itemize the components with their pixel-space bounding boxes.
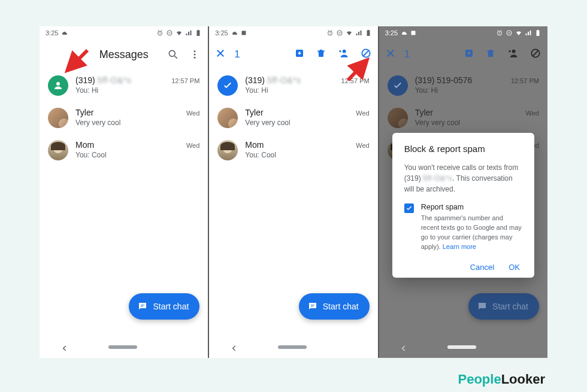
nav-home-pill[interactable] (447, 345, 476, 349)
selection-header: 1 (379, 39, 547, 69)
status-time: 3:25 (46, 29, 58, 37)
conversation-row[interactable]: (319) 5ff-O&*s 12:57 PM You: Hi (209, 69, 377, 102)
selection-header: 1 (209, 39, 377, 69)
conversation-name: Mom (75, 140, 94, 150)
alarm-icon (156, 29, 164, 37)
nav-home-pill[interactable] (278, 345, 307, 349)
svg-point-6 (56, 82, 60, 86)
conversation-name: Tyler (245, 108, 263, 117)
learn-more-link[interactable]: Learn more (443, 243, 476, 250)
conversation-row[interactable]: (319) 519-0576 12:57 PM You: Hi (379, 69, 547, 102)
nav-back-button[interactable] (60, 344, 66, 350)
phone-screen-3: 3:25 1 (379, 26, 547, 358)
status-bar: 3:25 (40, 26, 208, 39)
svg-point-19 (512, 50, 516, 53)
svg-rect-15 (411, 31, 416, 35)
svg-point-2 (170, 50, 176, 56)
alarm-icon (496, 29, 503, 37)
dnd-icon (166, 29, 173, 37)
fab-label: Start chat (153, 302, 189, 311)
battery-icon (195, 29, 202, 37)
start-chat-fab[interactable]: Start chat (299, 293, 370, 320)
svg-point-3 (194, 50, 196, 52)
svg-rect-8 (241, 31, 246, 35)
conversation-snippet: You: Cool (75, 151, 199, 159)
conversation-row[interactable]: Tyler Wed Very very cool (379, 102, 547, 134)
conversation-name: Mom (245, 140, 264, 150)
alarm-icon (326, 29, 334, 37)
dnd-icon (506, 29, 513, 37)
signal-icon (525, 29, 532, 37)
selected-check-icon (388, 75, 408, 96)
svg-point-4 (194, 54, 196, 56)
checkbox-checked-icon[interactable] (404, 203, 414, 213)
conversation-row[interactable]: Tyler Wed Very very cool (209, 102, 377, 134)
weather-icon (60, 29, 68, 37)
app-title: Messages (99, 48, 149, 61)
close-selection-button[interactable] (385, 48, 396, 61)
selection-count: 1 (234, 48, 240, 60)
battery-icon (365, 29, 372, 37)
avatar-photo (48, 140, 68, 160)
conversation-time: 12:57 PM (511, 77, 539, 84)
conversation-name: (319) 5ff-O&*s (245, 75, 301, 85)
conversation-row[interactable]: Mom Wed You: Cool (40, 134, 208, 166)
nav-home-pill[interactable] (108, 345, 137, 349)
conversation-snippet: Very very cool (415, 118, 539, 127)
start-chat-fab[interactable]: Start chat (129, 293, 199, 320)
battery-icon (534, 29, 541, 37)
add-contact-button[interactable] (337, 47, 349, 62)
conversation-row[interactable]: Tyler Wed Very very cool (40, 102, 208, 134)
chat-icon (477, 301, 488, 312)
wifi-icon (346, 29, 353, 37)
search-button[interactable] (165, 46, 181, 63)
conversation-name: (319) 5ff-O&*s (75, 75, 131, 85)
selected-check-icon (217, 75, 238, 96)
avatar-icon (48, 75, 68, 96)
screenshot-icon (240, 29, 247, 37)
ok-button[interactable]: OK (509, 263, 520, 272)
cancel-button[interactable]: Cancel (470, 263, 494, 272)
nav-back-button[interactable] (230, 344, 236, 350)
selection-count: 1 (404, 48, 410, 60)
start-chat-fab[interactable]: Start chat (468, 293, 539, 320)
avatar-photo (388, 108, 408, 128)
conversation-snippet: Very very cool (75, 118, 199, 127)
conversation-time: Wed (186, 142, 199, 149)
archive-button[interactable] (464, 48, 474, 61)
chat-icon (307, 301, 318, 312)
system-nav-bar (40, 336, 208, 358)
conversation-row[interactable]: (319) 5ff-O&*s 12:57 PM You: Hi (40, 69, 208, 102)
wifi-icon (515, 29, 522, 37)
block-report-dialog: Block & report spam You won't receive ca… (392, 133, 534, 278)
close-selection-button[interactable] (215, 48, 226, 61)
conversation-time: Wed (356, 110, 369, 117)
chat-icon (137, 301, 148, 312)
block-button[interactable] (529, 47, 541, 62)
conversation-row[interactable]: Mom Wed You: Cool (209, 134, 377, 166)
archive-button[interactable] (294, 48, 305, 61)
block-button[interactable] (360, 47, 372, 62)
screenshot-icon (410, 29, 417, 37)
conversation-time: 12:57 PM (171, 77, 199, 84)
delete-button[interactable] (485, 48, 496, 61)
fab-label: Start chat (492, 302, 528, 311)
peoplelooker-logo: PeopleLooker (458, 372, 546, 387)
delete-button[interactable] (316, 48, 326, 61)
svg-point-5 (194, 57, 196, 59)
conversation-snippet: Very very cool (245, 118, 369, 127)
avatar-photo (48, 108, 68, 128)
report-spam-checkbox-row[interactable]: Report spam The spammer's number and rec… (404, 203, 522, 252)
conversation-snippet: You: Cool (245, 151, 369, 159)
status-bar: 3:25 (379, 26, 547, 39)
phone-screen-1: 3:25 Messages (40, 26, 208, 358)
svg-point-12 (342, 50, 346, 53)
status-time: 3:25 (215, 29, 228, 37)
conversation-name: Tyler (75, 108, 93, 117)
add-contact-button[interactable] (507, 47, 519, 62)
status-time: 3:25 (385, 29, 398, 37)
fab-label: Start chat (323, 302, 359, 311)
signal-icon (355, 29, 362, 37)
overflow-menu-button[interactable] (186, 46, 203, 63)
nav-back-button[interactable] (400, 344, 406, 350)
